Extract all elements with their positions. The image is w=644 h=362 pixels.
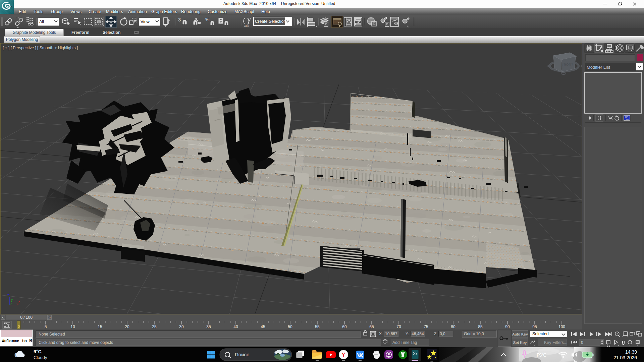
svg-text:95: 95 (532, 324, 537, 329)
svg-text:65: 65 (369, 324, 374, 329)
svg-text:Поиск: Поиск (235, 352, 249, 357)
svg-text:x: x (18, 300, 20, 303)
svg-text:3: 3 (178, 17, 181, 22)
svg-text:30: 30 (179, 324, 184, 329)
svg-text:View: View (141, 19, 150, 24)
svg-text:y: y (11, 298, 13, 302)
svg-text:14:39: 14:39 (625, 349, 637, 355)
svg-text:All: All (39, 19, 44, 24)
svg-text:70: 70 (396, 324, 401, 329)
svg-text:80: 80 (451, 324, 455, 329)
svg-text:25: 25 (152, 324, 157, 329)
svg-text:100: 100 (558, 324, 565, 329)
svg-text:20: 20 (125, 324, 129, 329)
svg-text:Key Filters...: Key Filters... (544, 340, 567, 345)
svg-text:15: 15 (98, 324, 102, 329)
svg-text:Cloudy: Cloudy (34, 355, 47, 360)
svg-text:%: % (205, 17, 209, 22)
svg-text:Modifier List: Modifier List (587, 65, 610, 70)
svg-text:85: 85 (478, 324, 483, 329)
svg-text:z: z (7, 293, 9, 297)
svg-text:10: 10 (70, 324, 75, 329)
svg-text:Y: Y (341, 352, 345, 358)
svg-text:FRONT: FRONT (561, 62, 573, 67)
svg-text:21.03.2026: 21.03.2026 (613, 355, 637, 360)
svg-text:[ + ] [ Perspective ] [ Smooth: [ + ] [ Perspective ] [ Smooth + Highlig… (3, 46, 78, 50)
svg-text:0: 0 (18, 324, 20, 328)
svg-text:40: 40 (233, 324, 238, 329)
svg-text:90: 90 (505, 324, 510, 329)
svg-text:75: 75 (424, 324, 428, 329)
svg-text:35: 35 (206, 324, 211, 329)
svg-text:ABC: ABC (244, 24, 250, 27)
svg-text:9°C: 9°C (34, 349, 42, 354)
svg-text:60: 60 (342, 324, 347, 329)
svg-text:50: 50 (288, 324, 292, 329)
svg-text:55: 55 (315, 324, 320, 329)
svg-text:5: 5 (45, 324, 47, 329)
svg-text:45: 45 (261, 324, 265, 329)
svg-text:РУС: РУС (537, 352, 547, 358)
svg-text:Create Selection Se: Create Selection Se (255, 19, 292, 24)
